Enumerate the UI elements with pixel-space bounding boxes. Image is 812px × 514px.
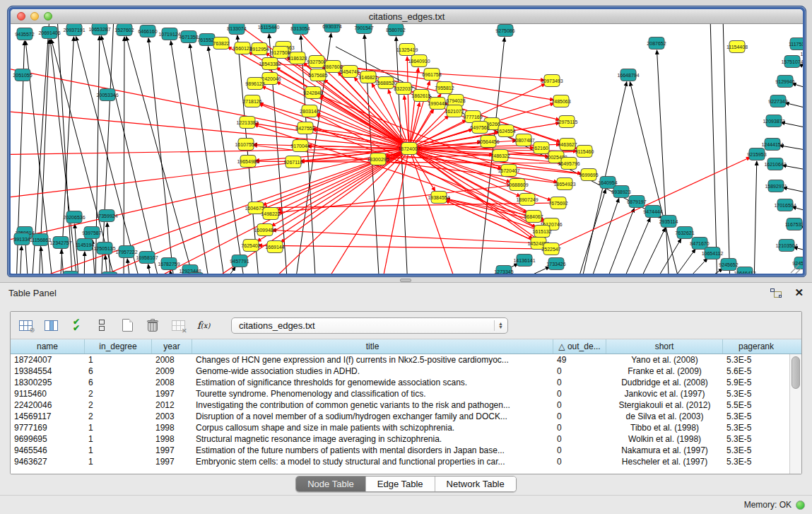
graph-node[interactable]: 1669144 [265, 241, 284, 253]
tab-network-table[interactable]: Network Table [435, 477, 516, 491]
graph-node[interactable]: 1733426 [546, 258, 565, 270]
graph-node[interactable]: 9777169 [463, 111, 482, 123]
graph-node[interactable]: 6961758 [422, 69, 441, 81]
table-settings-icon[interactable]: ⚙ [18, 317, 33, 333]
graph-node[interactable]: 9275086 [495, 25, 514, 37]
graph-node[interactable]: 16495796 [558, 158, 579, 170]
graph-node[interactable]: 8427552 [295, 122, 314, 134]
graph-node[interactable]: 8186328 [288, 52, 307, 64]
graph-node[interactable]: 9245652 [719, 259, 738, 271]
graph-node[interactable]: 9463627 [558, 139, 577, 151]
graph-node[interactable]: 9896123 [245, 78, 264, 90]
delete-table-icon[interactable]: ✕ [170, 317, 186, 333]
graph-node[interactable]: 9267110 [284, 156, 303, 168]
table-row[interactable]: 1938455462009Genome-wide association stu… [11, 366, 789, 377]
graph-node[interactable]: 20053346 [96, 89, 118, 101]
table-source-dropdown[interactable]: citations_edges.txt ▲▼ [231, 317, 508, 334]
graph-node[interactable]: 391334 [13, 233, 30, 245]
graph-node[interactable]: 6930374 [322, 24, 341, 33]
column-header-in_degree[interactable]: in_degree [85, 339, 152, 354]
select-functions-icon[interactable]: ✔✔ [69, 317, 84, 333]
table-row[interactable]: 1830029562008Estimation of significance … [11, 377, 789, 388]
table-row[interactable]: 977716911998Corpus callosum shape and si… [11, 422, 789, 433]
show-columns-icon[interactable] [43, 317, 59, 333]
table-row[interactable]: 969969511998Structural magnetic resonanc… [11, 433, 789, 445]
row-selector-icon[interactable] [94, 317, 110, 333]
table-scrollbar[interactable] [789, 354, 801, 474]
graph-node[interactable]: 7632621 [675, 227, 694, 239]
graph-node[interactable]: 12093872 [763, 115, 784, 127]
graph-node[interactable]: 11325419 [396, 44, 418, 56]
graph-node[interactable]: 9115460 [575, 146, 594, 158]
memory-status-indicator[interactable] [796, 501, 805, 510]
graph-node[interactable]: 8580702 [386, 24, 405, 36]
close-window-icon[interactable] [17, 12, 25, 21]
graph-node[interactable]: 9684067 [524, 211, 543, 223]
graph-node[interactable]: 8912954 [249, 43, 269, 55]
column-header-pagerank[interactable]: pagerank [723, 339, 789, 354]
scrollbar-thumb[interactable] [792, 356, 800, 389]
tab-node-table[interactable]: Node Table [296, 477, 366, 491]
graph-node[interactable]: 9505811 [187, 273, 206, 274]
function-builder-icon[interactable]: f(x) [196, 317, 211, 333]
delete-columns-icon[interactable] [145, 317, 160, 333]
graph-node[interactable]: 18300295 [367, 153, 389, 165]
graph-node[interactable]: 1527602 [114, 24, 134, 36]
graph-node[interactable]: 9227343 [768, 95, 787, 107]
graph-node[interactable]: 10654112 [702, 247, 724, 259]
graph-node[interactable]: 16099489 [254, 224, 276, 236]
graph-node[interactable]: 15751074 [781, 56, 803, 68]
graph-node[interactable]: 18724007 [398, 143, 420, 155]
graph-node[interactable]: 9245012 [792, 257, 803, 269]
table-row[interactable]: 2242004622012Investigating the contribut… [11, 399, 789, 411]
minimize-window-icon[interactable] [30, 12, 39, 21]
graph-node[interactable]: 2935114 [659, 216, 678, 228]
column-header-name[interactable]: name [11, 339, 85, 354]
graph-node[interactable]: 1621072 [445, 105, 464, 117]
graph-node[interactable]: 2522547 [541, 243, 560, 255]
graph-node[interactable]: 7901547 [354, 24, 373, 34]
column-header-out_degree[interactable]: △ out_de... [553, 339, 606, 354]
graph-node[interactable]: 1498222 [261, 208, 280, 220]
graph-node[interactable]: 10653287 [88, 24, 110, 35]
graph-node[interactable]: 16107554 [235, 139, 257, 151]
graph-node[interactable]: 9129946 [775, 76, 794, 88]
graph-node[interactable]: 12342757 [49, 237, 71, 249]
graph-node[interactable]: 20937191 [63, 24, 85, 36]
graph-node[interactable]: 7486322 [490, 150, 510, 162]
graph-node[interactable]: 6466160 [138, 25, 157, 37]
graph-node[interactable]: 1145194 [76, 239, 95, 251]
graph-node[interactable]: 20691406 [38, 27, 60, 39]
graph-node[interactable]: 62160 [534, 142, 549, 154]
column-header-short[interactable]: short [606, 339, 723, 354]
close-panel-icon[interactable]: ✕ [794, 288, 804, 298]
graph-node[interactable]: 17359924 [95, 210, 117, 222]
float-panel-icon[interactable] [770, 288, 782, 298]
graph-node[interactable]: 1167533 [785, 218, 803, 230]
graph-node[interactable]: 4671358 [179, 31, 198, 43]
graph-node[interactable]: 8322037 [394, 83, 413, 95]
column-header-year[interactable]: year [152, 339, 192, 354]
graph-node[interactable]: 18640910 [408, 55, 430, 67]
graph-node[interactable]: 1117514 [789, 38, 803, 50]
graph-node[interactable]: 7485063 [551, 95, 570, 107]
graph-node[interactable]: 9457791 [230, 255, 249, 267]
graph-node[interactable]: 10719124 [158, 28, 180, 40]
graph-node[interactable]: 18907249 [516, 194, 538, 206]
network-canvas[interactable]: 9435572206914062093719110653287152760264… [11, 24, 803, 274]
graph-node[interactable]: 5675685 [308, 69, 327, 81]
graph-node[interactable]: 11156863 [30, 234, 51, 246]
graph-node[interactable]: 9170044 [290, 140, 310, 152]
column-header-title[interactable]: title [192, 339, 553, 354]
table-row[interactable]: 946362711997Embryonic stem cells: a mode… [11, 456, 789, 467]
graph-node[interactable]: 20206536 [63, 211, 85, 223]
table-row[interactable]: 1872400712008Changes of HCN gene express… [11, 354, 789, 366]
graph-node[interactable]: 19654985 [237, 156, 259, 168]
graph-node[interactable]: 16958107 [136, 252, 158, 264]
graph-node[interactable]: 12213382 [236, 117, 258, 129]
graph-node[interactable]: 16648794 [617, 69, 639, 81]
graph-node[interactable]: 15892971 [765, 180, 787, 192]
graph-node[interactable]: 10688609 [506, 179, 528, 191]
new-column-icon[interactable] [119, 317, 135, 333]
graph-node[interactable]: 8938923 [611, 186, 630, 198]
